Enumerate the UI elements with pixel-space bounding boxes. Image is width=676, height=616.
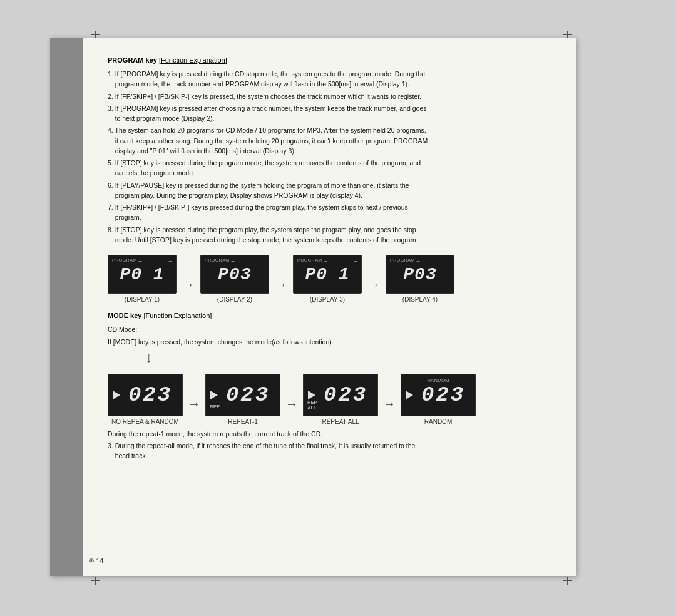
page-container: PROGRAM key [Function Explanation] 1. If…	[50, 38, 576, 576]
play-icon-4	[406, 391, 413, 399]
sidebar-bar	[50, 38, 83, 576]
mode-caption-3: REPEAT ALL	[322, 418, 359, 425]
mode-item-1: If [MODE] key is pressed, the system cha…	[108, 337, 551, 347]
mode-display-repeat-all: REP.ALL 023 REPEAT ALL	[303, 374, 378, 425]
mode-caption-4: RANDOM	[424, 418, 452, 425]
display-4-number: P03	[403, 265, 436, 284]
cd-mode-label: CD Mode:	[108, 324, 551, 334]
arrow-1-2: →	[183, 279, 194, 292]
display-4-label: PROGRAM ☰	[390, 258, 421, 263]
display-3-box: PROGRAM ☰ ☰ P0 1	[293, 255, 362, 294]
cycle-arrow-row: ↓	[145, 349, 551, 366]
play-icon-3	[308, 391, 315, 399]
crosshair-bottom-left	[91, 576, 101, 586]
program-item-2: 2. If [FF/SKIP+] / [FB/SKIP-] key is pre…	[108, 91, 551, 101]
display-2-box: PROGRAM ☰ P03	[200, 255, 269, 294]
mode-box-no-repeat: 023	[108, 374, 183, 416]
display-2-item: PROGRAM ☰ P03 (DISPLAY 2)	[200, 255, 269, 303]
program-item-4: 4. The system can hold 20 programs for C…	[108, 125, 551, 156]
rep-all-label: REP.ALL	[307, 400, 318, 411]
display-1-item: PROGRAM ☰ ☰ P0 1 (DISPLAY 1)	[108, 255, 177, 303]
mode-arrow-1: →	[188, 397, 200, 411]
program-key-heading: PROGRAM key [Function Explanation]	[108, 56, 551, 64]
mode-arrow-3: →	[383, 397, 396, 411]
display-1-box: PROGRAM ☰ ☰ P0 1	[108, 255, 177, 294]
program-item-1: 1. If [PROGRAM] key is pressed during th…	[108, 69, 551, 90]
random-top-label: RANDOM	[427, 377, 449, 383]
mode-box-random: RANDOM 023	[401, 374, 476, 416]
arrow-3-4: →	[368, 279, 379, 292]
display-3-number: P0 1	[305, 265, 349, 284]
program-item-3: 3. If [PROGRAM] key is pressed after cho…	[108, 103, 551, 124]
mode-number-3: 023	[324, 383, 367, 407]
display-4-box: PROGRAM ☰ P03	[386, 255, 454, 294]
program-displays-row: PROGRAM ☰ ☰ P0 1 (DISPLAY 1) → PROGRAM ☰…	[108, 255, 551, 303]
display-1-caption: (DISPLAY 1)	[125, 296, 160, 303]
mode-box-repeat1: REP. 023	[205, 374, 280, 416]
display-1-number: P0 1	[120, 265, 164, 284]
display-3-flash: ☰	[354, 258, 357, 263]
mode-displays-row: 023 NO REPEA & RANDOM → REP. 023 REPEAT-…	[108, 374, 551, 425]
program-item-7: 7. If [FF/SKIP+] / [FB/SKIP-] key is pre…	[108, 202, 551, 223]
mode-item-2: During the repeat-1 mode, the system rep…	[108, 429, 551, 439]
rep-label: REP.	[210, 404, 221, 409]
mode-display-no-repeat: 023 NO REPEA & RANDOM	[108, 374, 183, 425]
content-area: PROGRAM key [Function Explanation] 1. If…	[83, 38, 576, 576]
mode-key-sub: [Function Explanation]	[143, 312, 212, 319]
display-4-item: PROGRAM ☰ P03 (DISPLAY 4)	[386, 255, 454, 303]
display-2-caption: (DISPLAY 2)	[217, 296, 252, 303]
page-number: ® 14.	[83, 557, 105, 565]
mode-arrow-2: →	[285, 397, 298, 411]
display-1-flash: ☰	[168, 258, 172, 263]
mode-key-heading: MODE key [Function Explanation]	[108, 312, 551, 319]
play-icon-2	[210, 391, 218, 399]
program-instructions: 1. If [PROGRAM] key is pressed during th…	[108, 69, 551, 245]
cycle-down-arrow: ↓	[145, 349, 153, 366]
arrow-2-3: →	[275, 279, 287, 292]
mode-box-repeat-all: REP.ALL 023	[303, 374, 378, 416]
display-3-caption: (DISPLAY 3)	[310, 296, 345, 303]
program-key-label: PROGRAM key	[108, 56, 159, 64]
mode-item-3: 3. During the repeat-all mode, if it rea…	[108, 441, 551, 461]
program-item-5: 5. If [STOP] key is pressed during the p…	[108, 158, 551, 178]
display-2-label: PROGRAM ☰	[205, 258, 235, 263]
display-3-item: PROGRAM ☰ ☰ P0 1 (DISPLAY 3)	[293, 255, 362, 303]
display-1-label: PROGRAM ☰	[112, 258, 143, 263]
display-3-label: PROGRAM ☰	[297, 258, 328, 263]
mode-key-section: MODE key [Function Explanation] CD Mode:…	[108, 312, 551, 461]
mode-caption-1: NO REPEA & RANDOM	[111, 418, 179, 425]
mode-number-2: 023	[226, 383, 270, 407]
mode-display-repeat1: REP. 023 REPEAT-1	[205, 374, 280, 425]
program-item-6: 6. If [PLAY/PAUSE] key is pressed during…	[108, 180, 551, 201]
mode-display-random: RANDOM 023 RANDOM	[401, 374, 476, 425]
display-4-caption: (DISPLAY 4)	[402, 296, 438, 303]
mode-key-label: MODE key	[108, 312, 143, 319]
program-item-8: 8. If [STOP] key is pressed during the p…	[108, 225, 551, 245]
mode-number-1: 023	[128, 383, 172, 407]
display-2-number: P03	[218, 265, 251, 284]
play-icon-1	[113, 391, 120, 399]
mode-caption-2: REPEAT-1	[228, 418, 258, 425]
crosshair-bottom-right	[563, 576, 573, 586]
program-key-sub: [Function Explanation]	[159, 56, 227, 64]
mode-number-4: 023	[421, 383, 465, 407]
